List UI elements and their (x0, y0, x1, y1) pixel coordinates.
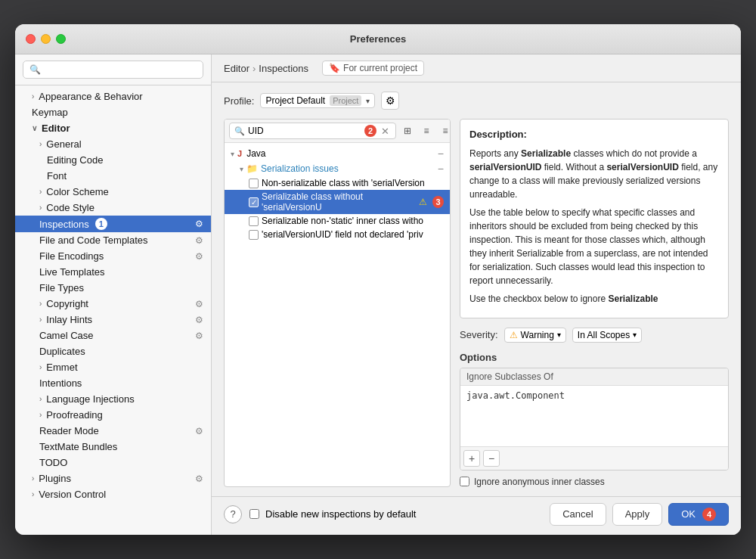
profile-settings-button[interactable]: ⚙ (381, 92, 399, 110)
tree-item-serializable-nonstatic[interactable]: Serializable non-'static' inner class wi… (225, 214, 450, 228)
titlebar: Preferences (15, 24, 741, 54)
tree-item-java[interactable]: ▾ J Java − (225, 146, 450, 161)
sidebar-item-label: Editor (42, 123, 70, 134)
severity-dropdown[interactable]: ⚠ Warning ▾ (504, 328, 566, 343)
sidebar-search-area (15, 54, 211, 85)
tree-item-serializable-without[interactable]: ✓ Serializable class without 'serialVers… (225, 190, 450, 214)
checkbox-icon[interactable] (249, 230, 259, 240)
content-area: › Appearance & Behavior Keymap ∨ Editor … (15, 54, 741, 535)
description-title: Description: (469, 127, 719, 142)
sidebar: › Appearance & Behavior Keymap ∨ Editor … (15, 54, 212, 535)
description-text3: Use the checkbox below to ignore Seriali… (469, 292, 719, 306)
chevron-down-icon: ▾ (240, 165, 243, 173)
sidebar-item-label: File Types (39, 282, 84, 293)
maximize-button[interactable] (56, 34, 66, 44)
settings-icon: ⚙ (195, 235, 203, 246)
sidebar-item-language-injections[interactable]: › Language Injections (15, 391, 211, 407)
tree-item-label: 'serialVersionUID' field not declared 'p… (262, 229, 423, 240)
sidebar-item-general[interactable]: › General (15, 136, 211, 152)
footer-left: Disable new inspections by default (242, 508, 550, 520)
sidebar-item-textmate[interactable]: TextMate Bundles (15, 439, 211, 455)
sidebar-item-file-types[interactable]: File Types (15, 280, 211, 296)
sidebar-item-code-style[interactable]: › Code Style (15, 200, 211, 216)
ignore-footer: + − (460, 446, 728, 470)
ignore-subclasses-header: Ignore Subclasses Of (460, 368, 728, 386)
sidebar-item-plugins[interactable]: › Plugins ⚙ (15, 470, 211, 486)
sidebar-item-label: Plugins (39, 473, 71, 484)
sidebar-item-todo[interactable]: TODO (15, 455, 211, 470)
chevron-down-icon: ▾ (231, 150, 234, 158)
settings-icon: ⚙ (195, 426, 203, 436)
apply-button[interactable]: Apply (612, 503, 663, 526)
sidebar-item-label: Copyright (46, 298, 88, 309)
close-button[interactable] (26, 34, 36, 44)
sidebar-item-color-scheme[interactable]: › Color Scheme (15, 184, 211, 200)
sidebar-item-reader-mode[interactable]: Reader Mode ⚙ (15, 423, 211, 439)
sidebar-item-intentions[interactable]: Intentions (15, 375, 211, 391)
search-input[interactable] (248, 126, 361, 136)
ignore-anon-row: Ignore anonymous inner classes (460, 477, 729, 487)
main-header: Editor › Inspections 🔖 For current proje… (212, 54, 741, 82)
sidebar-item-live-templates[interactable]: Live Templates (15, 264, 211, 280)
sidebar-item-duplicates[interactable]: Duplicates (15, 343, 211, 359)
sidebar-item-label: Emmet (46, 362, 77, 373)
breadcrumb-separator: › (253, 63, 256, 74)
sidebar-item-proofreading[interactable]: › Proofreading (15, 407, 211, 423)
sidebar-item-file-code-templates[interactable]: File and Code Templates ⚙ (15, 232, 211, 248)
preferences-window: Preferences › Appearance & Behavior Keym… (15, 24, 741, 535)
ok-button[interactable]: OK 4 (668, 503, 729, 526)
expand-all-icon[interactable]: ≡ (418, 123, 435, 139)
help-button[interactable]: ? (224, 505, 242, 523)
sidebar-item-editor[interactable]: ∨ Editor (15, 120, 211, 136)
chevron-right-icon: › (39, 395, 42, 403)
search-toolbar: 🔍 2 ✕ ⊞ ≡ ≡ ⧉ − (225, 120, 450, 143)
cancel-button[interactable]: Cancel (550, 503, 606, 526)
ignore-anon-checkbox[interactable] (460, 477, 469, 486)
sidebar-item-file-encodings[interactable]: File Encodings ⚙ (15, 248, 211, 264)
filter-icon[interactable]: ⊞ (399, 123, 416, 139)
sidebar-item-emmet[interactable]: › Emmet (15, 359, 211, 375)
severity-label: Severity: (460, 329, 498, 340)
profile-dropdown[interactable]: Project Default Project ▾ (260, 93, 375, 108)
tree-item-non-serializable[interactable]: Non-serializable class with 'serialVersi… (225, 176, 450, 190)
warning-icon: ⚠ (419, 197, 427, 207)
remove-entry-button[interactable]: − (483, 450, 500, 467)
action-buttons: Cancel Apply OK 4 (550, 503, 729, 526)
tree-item-label: Serializable class without 'serialVersio… (262, 191, 416, 213)
clear-search-button[interactable]: ✕ (380, 126, 391, 137)
for-current-project-button[interactable]: 🔖 For current project (322, 61, 424, 76)
sidebar-item-label: Proofreading (46, 409, 102, 421)
sidebar-item-copyright[interactable]: › Copyright ⚙ (15, 296, 211, 312)
settings-icon: ⚙ (195, 331, 203, 341)
sidebar-item-version-control[interactable]: › Version Control (15, 486, 211, 502)
sidebar-item-appearance[interactable]: › Appearance & Behavior (15, 89, 211, 104)
sidebar-search-input[interactable] (23, 61, 203, 79)
sidebar-item-inspections[interactable]: Inspections 1 ⚙ (15, 216, 211, 232)
sidebar-item-inlay-hints[interactable]: › Inlay Hints ⚙ (15, 312, 211, 328)
profile-label: Profile: (224, 95, 254, 107)
sidebar-item-code-editing[interactable]: Editing Code (15, 152, 211, 168)
checkbox-icon[interactable] (249, 179, 259, 188)
sidebar-item-camel-case[interactable]: Camel Case ⚙ (15, 328, 211, 343)
scope-dropdown[interactable]: In All Scopes ▾ (572, 328, 642, 343)
sidebar-item-label: TODO (39, 457, 67, 468)
breadcrumb-root: Editor (224, 63, 249, 74)
checkbox-icon[interactable] (249, 216, 259, 226)
chevron-right-icon: › (32, 474, 34, 483)
traffic-lights (26, 34, 66, 44)
add-entry-button[interactable]: + (463, 450, 480, 467)
profile-tag: Project (330, 95, 361, 106)
sidebar-item-font[interactable]: Font (15, 168, 211, 184)
tree-item-serialversionuid[interactable]: 'serialVersionUID' field not declared 'p… (225, 228, 450, 241)
disable-new-inspections-checkbox[interactable] (249, 509, 259, 519)
checkbox-icon[interactable]: ✓ (249, 197, 259, 207)
collapse-all-icon[interactable]: ≡ (437, 123, 451, 139)
settings-icon: ⚙ (195, 219, 203, 229)
options-title: Options (460, 352, 729, 363)
minimize-button[interactable] (41, 34, 51, 44)
tree-item-serialization[interactable]: ▾ 📁 Serialization issues − (225, 161, 450, 176)
search-result-badge: 2 (364, 125, 376, 137)
inspection-tree: ▾ J Java − ▾ 📁 Serialization issues − (225, 143, 450, 486)
disable-inspections-label: Disable new inspections by default (265, 508, 416, 520)
sidebar-item-keymap[interactable]: Keymap (15, 104, 211, 120)
